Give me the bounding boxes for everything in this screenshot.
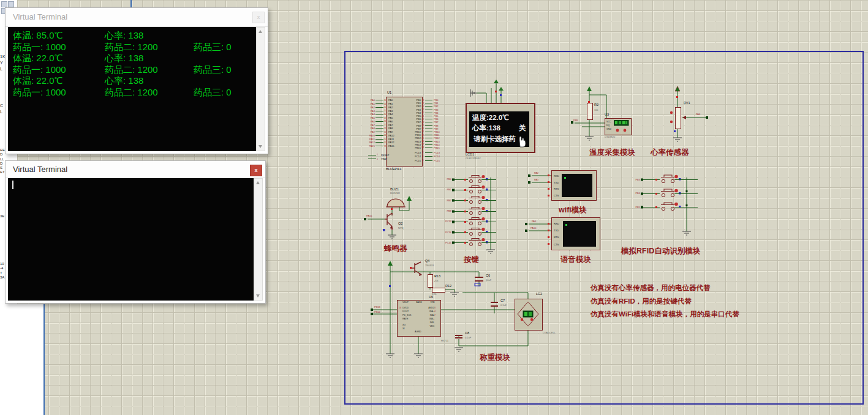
mcu-pin: PA15 38 PA15: [365, 144, 394, 148]
terminal-cell: 药品三: 0: [194, 42, 232, 53]
pin-name: PA4: [388, 113, 393, 116]
push-button[interactable]: PB7: [441, 195, 496, 206]
wire: [425, 125, 432, 126]
pin-number: 11: [384, 103, 388, 105]
push-button[interactable]: PB0: [441, 174, 496, 184]
resistor-r2[interactable]: [587, 103, 593, 120]
push-button[interactable]: PC13: [441, 216, 496, 226]
pin-name: VCC: [606, 121, 611, 123]
window1-titlebar[interactable]: Virtual Terminal x: [6, 8, 268, 27]
panel-text-fragments: 10-4T3A: [0, 262, 4, 280]
rfid-module-group: PB3 PB4: [621, 170, 722, 256]
scroll-down-icon[interactable]: [257, 143, 263, 151]
terminal-cell: 药品二: 1200: [105, 64, 158, 76]
r2-ref: R2: [594, 103, 598, 107]
terminal-line: 药品一: 1000 药品二: 1200 药品三: 0: [13, 42, 256, 53]
potentiometer-rv1[interactable]: [675, 107, 681, 129]
push-button[interactable]: PB1: [441, 184, 496, 195]
pin-name: VBG: [420, 325, 434, 327]
voice-pin: RTS: [554, 234, 559, 241]
pin-name: RATE: [402, 318, 408, 320]
pin-name: GND: [606, 128, 611, 130]
oled-wiring: [464, 80, 541, 104]
pin-name: PA0: [388, 99, 393, 102]
virtual-terminal-window-2: Virtual Terminal x: [5, 160, 266, 304]
resistor-r12[interactable]: [432, 288, 445, 293]
lc2-ref: LC2: [536, 292, 542, 296]
scroll-down-icon[interactable]: [254, 292, 261, 300]
window1-close-button[interactable]: x: [252, 12, 265, 23]
pin-name: PA15: [388, 144, 394, 148]
window2-close-button[interactable]: x: [250, 165, 262, 176]
resistor-r13[interactable]: [428, 274, 433, 288]
window2-titlebar[interactable]: Virtual Terminal x: [6, 161, 265, 178]
r13-value: 20k: [434, 279, 438, 282]
oled-line2: 心率:138: [472, 124, 500, 133]
pin-number: 40: [421, 111, 425, 114]
terminal-line: 药品一: 1000 药品二: 1200 药品三: 0: [13, 87, 256, 99]
oled-line1: 温度:22.0℃: [472, 113, 509, 122]
terminal1-screen[interactable]: 体温: 85.0℃ 心率: 138 药品一: 1000 药品二: 1200 药品…: [8, 27, 256, 151]
scroll-up-icon[interactable]: [257, 28, 263, 36]
push-button[interactable]: PB4: [630, 187, 698, 201]
toolbar-icon[interactable]: [1, 1, 7, 7]
pin-name: PA9: [388, 130, 393, 133]
push-button[interactable]: PC14: [441, 226, 496, 237]
push-button-glyph: [452, 217, 496, 226]
wire: [425, 113, 432, 113]
buzzer-module-caption: 蜂鸣器: [384, 244, 407, 254]
mcu-ref: U1: [387, 91, 391, 94]
pin-name: BASE: [412, 301, 426, 304]
terminal2-scrollbar[interactable]: [254, 178, 263, 301]
wire: [376, 128, 383, 129]
u3-pin: GND: [606, 127, 611, 131]
pin-number: 25: [421, 137, 425, 140]
q4-ref: Q4: [425, 259, 429, 263]
pin-number: 22: [421, 134, 425, 136]
pin-number: 3: [434, 307, 438, 309]
mcu-right-pins: PB0 18 PB0 PB1 19 PB1 PB2 20 PB2 PB3 39 …: [408, 99, 440, 149]
pin-number: 38: [384, 145, 388, 148]
hand-cursor-icon: [517, 135, 528, 148]
keys-module-group: PB0 PB1: [440, 171, 510, 263]
u6-ref: U6: [429, 295, 433, 299]
toolbar-icon[interactable]: [8, 1, 14, 7]
pin-number: 16: [384, 120, 388, 122]
c7-value: 0.1uF: [500, 304, 507, 307]
terminal2-screen[interactable]: [8, 178, 254, 301]
temp-module-caption: 温度采集模块: [589, 148, 635, 158]
u3-pins: VCCDQGND: [606, 120, 611, 131]
wifi-pin: RTS: [554, 186, 559, 193]
r13-ref: R13: [434, 274, 440, 278]
net-label: PC13: [434, 151, 440, 154]
pin-number: 45: [421, 124, 425, 127]
scroll-up-icon[interactable]: [254, 179, 261, 187]
net-label: PA10: [530, 226, 537, 230]
wire: [376, 139, 383, 140]
pin-name: INA+: [420, 310, 434, 313]
wire: [376, 125, 383, 125]
push-button[interactable]: PB8: [441, 206, 496, 216]
pin-number: 31: [384, 134, 388, 136]
wifi-pin: TXD: [554, 179, 559, 186]
push-button[interactable]: PB3: [630, 173, 698, 187]
terminal1-scrollbar[interactable]: [256, 27, 265, 151]
push-button[interactable]: PC15: [441, 237, 496, 248]
pin-name: PA2: [388, 106, 393, 109]
pin-name: PC15: [408, 159, 421, 162]
pin-name: TXD: [554, 181, 559, 184]
push-button-glyph: [452, 174, 496, 184]
push-button[interactable]: PB5: [630, 200, 698, 214]
net-label: PA7: [365, 124, 375, 127]
wire: [425, 144, 432, 145]
oled-line2-right: 关: [519, 124, 526, 133]
buz1-model: BUZZER: [390, 192, 400, 195]
pin-number: 13: [384, 110, 388, 112]
left-panel-bottom: [0, 304, 43, 415]
push-button-glyph: [641, 201, 698, 212]
terminal2-cursor: [12, 181, 13, 189]
pin-number: 29: [384, 127, 388, 130]
mcu-pin: PC14 3 PC14: [408, 155, 440, 159]
pin-number: 4: [421, 159, 425, 162]
wire: [376, 121, 383, 122]
